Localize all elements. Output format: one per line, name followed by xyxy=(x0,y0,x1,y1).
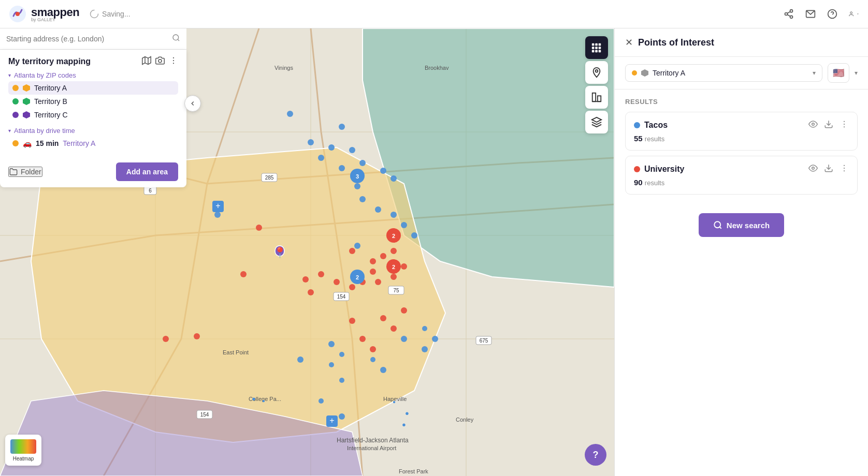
view-icon-tacos[interactable] xyxy=(808,120,818,131)
svg-point-41 xyxy=(401,336,407,342)
territory-c-dot xyxy=(12,112,19,118)
svg-point-113 xyxy=(173,35,179,40)
heatmap-gradient xyxy=(10,439,36,454)
heatmap-label: Heatmap xyxy=(13,456,34,462)
svg-text:●: ● xyxy=(393,399,396,405)
svg-rect-130 xyxy=(599,50,601,53)
new-search-button[interactable]: New search xyxy=(699,213,784,237)
left-panel: My territory mapping ▾ Atlanta by ZIP co… xyxy=(0,28,186,187)
territory-panel: My territory mapping ▾ Atlanta by ZIP co… xyxy=(0,50,186,187)
svg-text:📍: 📍 xyxy=(273,246,286,259)
svg-point-60 xyxy=(349,284,355,290)
territory-dropdown[interactable]: Territory A ▾ xyxy=(625,64,822,82)
map-toggle-button[interactable] xyxy=(184,95,201,112)
svg-text:East Point: East Point xyxy=(223,349,249,355)
svg-text:Conley: Conley xyxy=(456,416,474,423)
panel-footer: Folder Add an area xyxy=(8,158,178,181)
mail-icon[interactable] xyxy=(805,8,816,20)
tacos-actions xyxy=(808,120,849,131)
download-icon-tacos[interactable] xyxy=(824,120,833,131)
folder-button[interactable]: Folder xyxy=(8,167,42,177)
svg-line-114 xyxy=(178,39,179,41)
help-circle-icon[interactable] xyxy=(827,8,838,20)
svg-point-28 xyxy=(354,183,360,189)
car-icon: 🚗 xyxy=(23,139,32,147)
svg-text:Vinings: Vinings xyxy=(274,65,293,71)
svg-rect-126 xyxy=(595,47,598,49)
drive-time-item[interactable]: 🚗 15 min Territory A xyxy=(8,137,178,150)
add-area-button[interactable]: Add an area xyxy=(116,162,178,181)
app-header: smappen by GALLEY Saving... xyxy=(0,0,868,28)
heatmap-button[interactable]: Heatmap xyxy=(5,435,41,466)
building-tool-button[interactable] xyxy=(585,86,608,109)
map-icon[interactable] xyxy=(142,56,151,67)
svg-point-135 xyxy=(812,123,815,126)
share-icon[interactable] xyxy=(783,8,794,20)
layers-icon xyxy=(591,116,602,128)
group-tool-button[interactable] xyxy=(585,36,608,59)
view-icon-university[interactable] xyxy=(808,163,818,175)
university-result-card: University 90 results xyxy=(625,156,858,195)
location-tool-button[interactable] xyxy=(585,61,608,84)
close-button[interactable]: ✕ xyxy=(625,37,633,48)
more-icon-tacos[interactable] xyxy=(840,120,849,131)
territory-item-c[interactable]: Territory C xyxy=(8,108,178,122)
svg-rect-127 xyxy=(595,50,598,53)
panel-header: My territory mapping xyxy=(8,56,178,67)
svg-point-52 xyxy=(370,258,376,264)
university-actions xyxy=(808,163,849,175)
search-icon[interactable] xyxy=(172,34,180,44)
svg-text:2: 2 xyxy=(392,264,395,270)
territory-selector: Territory A ▾ 🇺🇸 ▾ xyxy=(615,57,868,90)
tacos-count: 55 results xyxy=(634,134,849,143)
svg-point-47 xyxy=(319,398,324,404)
saving-indicator: Saving... xyxy=(90,9,130,19)
group-atlanta-zip[interactable]: ▾ Atlanta by ZIP codes xyxy=(8,71,178,79)
svg-point-131 xyxy=(596,70,598,72)
svg-text:Brookhav: Brookhav xyxy=(425,65,449,71)
university-card-header: University xyxy=(634,163,849,175)
layers-tool-button[interactable] xyxy=(585,111,608,133)
more-icon[interactable] xyxy=(169,56,178,67)
more-icon-university[interactable] xyxy=(840,163,849,175)
svg-point-48 xyxy=(339,413,345,420)
svg-text:+: + xyxy=(329,416,334,425)
svg-text:●: ● xyxy=(402,421,406,428)
svg-point-144 xyxy=(844,170,845,171)
header-actions xyxy=(783,8,860,20)
flag-button[interactable]: 🇺🇸 xyxy=(828,63,849,83)
user-menu[interactable] xyxy=(848,8,860,20)
group-atlanta-drive[interactable]: ▾ Atlanta by drive time xyxy=(8,127,178,135)
svg-point-63 xyxy=(308,289,314,295)
svg-rect-123 xyxy=(592,47,595,49)
svg-rect-124 xyxy=(592,50,595,53)
search-bar xyxy=(0,28,186,50)
svg-point-140 xyxy=(812,167,815,170)
svg-line-146 xyxy=(719,227,721,228)
svg-line-5 xyxy=(787,14,790,16)
dropdown-chevron-icon: ▾ xyxy=(855,69,858,77)
svg-point-21 xyxy=(349,147,355,153)
svg-point-139 xyxy=(844,126,845,127)
download-icon-university[interactable] xyxy=(824,163,833,175)
svg-rect-125 xyxy=(595,43,598,46)
svg-point-118 xyxy=(158,60,162,63)
svg-point-54 xyxy=(390,248,397,254)
svg-text:2: 2 xyxy=(356,274,359,280)
territory-hex-icon xyxy=(641,69,648,77)
svg-point-27 xyxy=(390,175,397,182)
tacos-card-header: Tacos xyxy=(634,120,849,131)
territory-a-hex xyxy=(23,84,30,92)
svg-point-62 xyxy=(318,271,324,277)
logo-icon xyxy=(8,5,27,23)
svg-point-26 xyxy=(380,168,386,174)
territory-item-a[interactable]: Territory A xyxy=(8,81,178,95)
help-button[interactable]: ? xyxy=(585,444,606,466)
svg-point-42 xyxy=(422,346,428,352)
search-input[interactable] xyxy=(6,35,168,43)
camera-icon[interactable] xyxy=(155,56,165,67)
chevron-down-icon: ▾ xyxy=(8,72,11,78)
logo[interactable]: smappen by GALLEY xyxy=(8,5,79,23)
svg-point-45 xyxy=(380,367,386,373)
territory-item-b[interactable]: Territory B xyxy=(8,95,178,108)
